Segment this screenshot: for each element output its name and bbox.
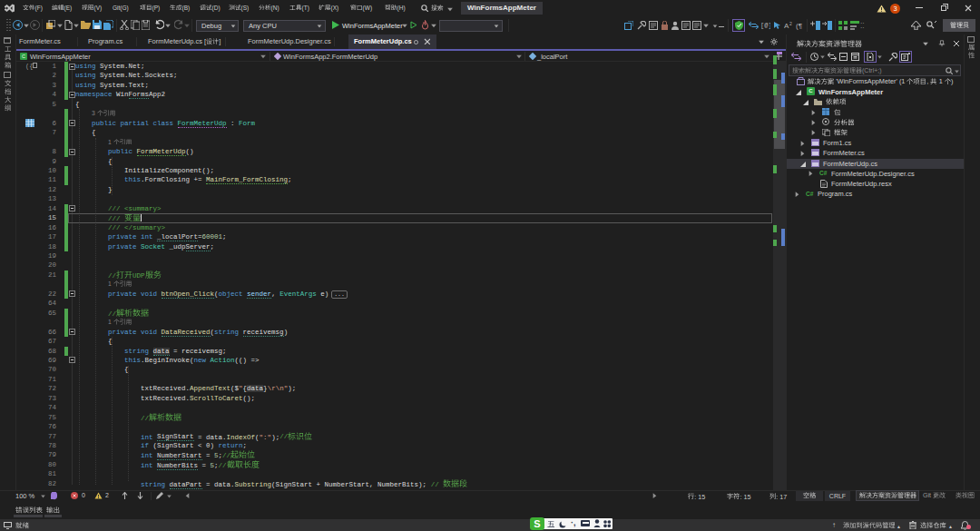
svg-text:[@]: [@]	[760, 22, 770, 29]
svg-text:(¶: (¶	[796, 22, 802, 30]
svg-text:2: 2	[789, 21, 792, 26]
